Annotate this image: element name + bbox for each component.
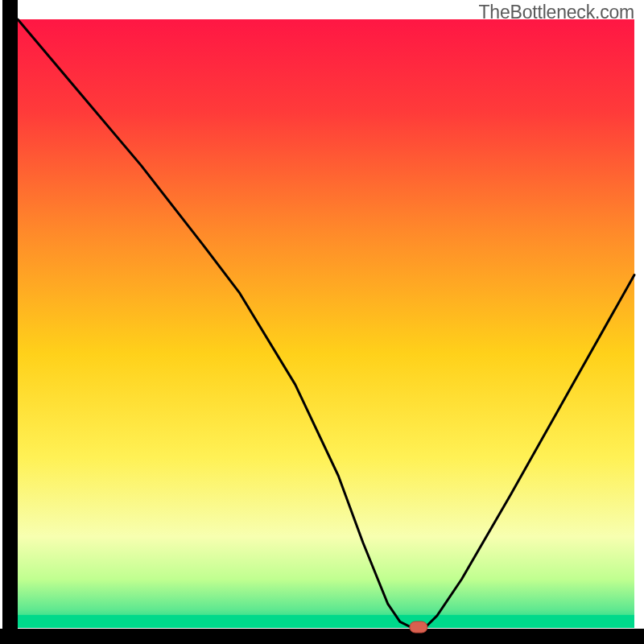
- optimal-marker: [410, 621, 427, 633]
- optimal-band: [18, 615, 634, 628]
- x-axis: [0, 629, 644, 644]
- chart-svg: [0, 0, 644, 644]
- y-axis: [2, 0, 18, 644]
- bottleneck-chart: TheBottleneck.com: [0, 0, 644, 644]
- watermark-label: TheBottleneck.com: [479, 2, 634, 23]
- gradient-background: [18, 19, 634, 628]
